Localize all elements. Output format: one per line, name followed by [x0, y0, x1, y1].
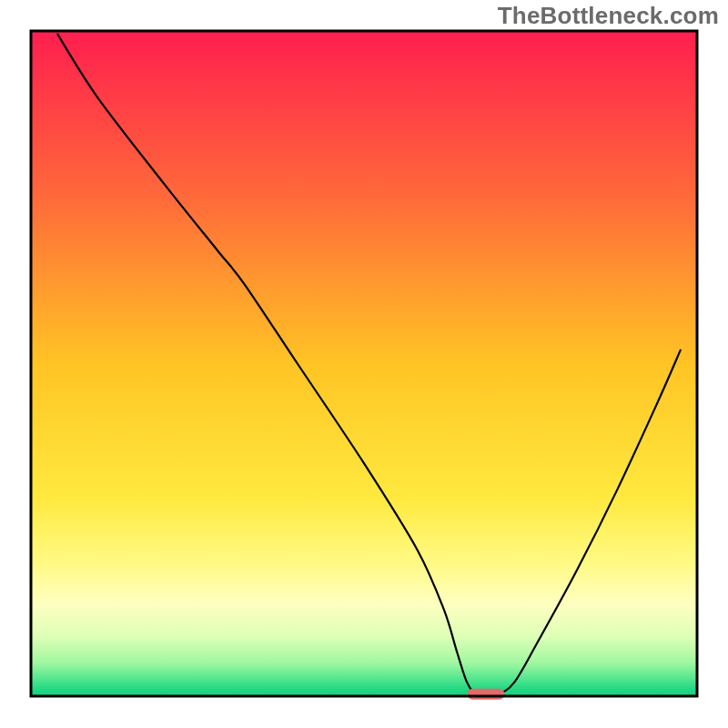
- gradient-background: [31, 31, 697, 696]
- optimal-range-marker: [467, 689, 504, 700]
- chart-container: TheBottleneck.com: [0, 0, 728, 728]
- bottleneck-chart: [0, 0, 728, 728]
